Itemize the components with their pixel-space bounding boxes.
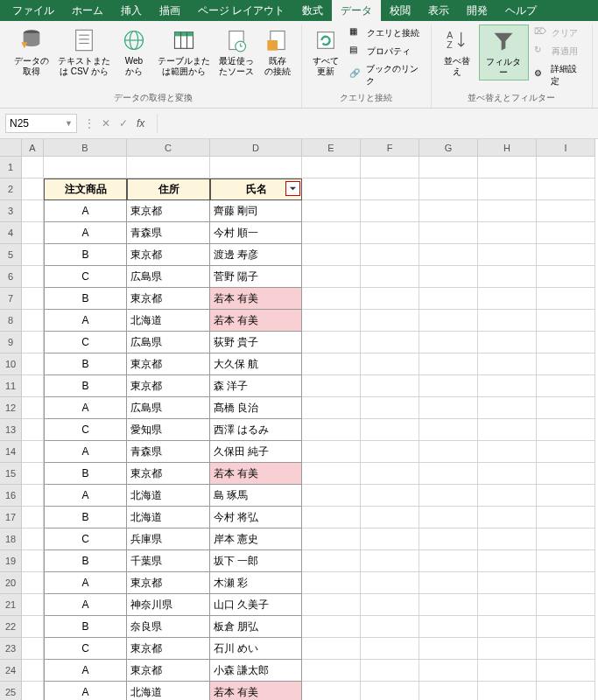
row-header[interactable]: 9	[0, 332, 22, 354]
filter-button[interactable]: フィルター	[479, 24, 529, 80]
col-header[interactable]: B	[44, 139, 127, 157]
cell[interactable]	[478, 594, 537, 616]
cell[interactable]	[478, 550, 537, 572]
cell[interactable]	[22, 178, 44, 200]
table-header[interactable]: 注文商品	[44, 178, 127, 200]
cell[interactable]	[44, 157, 127, 178]
cell[interactable]	[361, 332, 419, 354]
cell[interactable]	[302, 441, 361, 463]
cell[interactable]	[302, 178, 361, 200]
cell[interactable]: 東京都	[127, 354, 210, 375]
cell[interactable]	[537, 507, 595, 528]
select-all-corner[interactable]	[0, 139, 22, 157]
tab-pagelayout[interactable]: ページ レイアウト	[189, 0, 293, 21]
cell[interactable]	[361, 157, 419, 178]
cell[interactable]	[302, 572, 361, 594]
clear-filter-button[interactable]: ⌦クリア	[531, 24, 587, 42]
cell[interactable]	[302, 463, 361, 485]
cell[interactable]: B	[44, 616, 127, 638]
tab-draw[interactable]: 描画	[151, 0, 189, 21]
cell[interactable]: A	[44, 660, 127, 682]
cell[interactable]: B	[44, 507, 127, 528]
col-header[interactable]: I	[537, 139, 595, 157]
cell[interactable]	[478, 397, 537, 419]
cell[interactable]	[478, 660, 537, 682]
cell[interactable]	[302, 660, 361, 682]
cell[interactable]: 西澤 はるみ	[210, 419, 302, 441]
cell[interactable]	[478, 244, 537, 266]
cell[interactable]	[419, 616, 478, 638]
cell[interactable]	[419, 288, 478, 310]
cell[interactable]: 千葉県	[127, 550, 210, 572]
cell[interactable]	[22, 507, 44, 528]
cell[interactable]: 菅野 陽子	[210, 266, 302, 288]
cell[interactable]	[478, 463, 537, 485]
cell[interactable]	[419, 200, 478, 222]
row-header[interactable]: 2	[0, 178, 22, 200]
row-header[interactable]: 24	[0, 660, 22, 682]
cell[interactable]: C	[44, 638, 127, 660]
spreadsheet-grid[interactable]: A B C D E F G H I 1 2 注文商品 住所 氏名 3A	[0, 139, 598, 700]
cell[interactable]	[419, 310, 478, 332]
cell[interactable]	[478, 682, 537, 700]
cell[interactable]	[22, 441, 44, 463]
advanced-filter-button[interactable]: ⚙詳細設定	[531, 61, 587, 89]
cell[interactable]: B	[44, 550, 127, 572]
cell[interactable]	[22, 550, 44, 572]
cell[interactable]	[419, 638, 478, 660]
row-header[interactable]: 12	[0, 397, 22, 419]
cell[interactable]	[419, 244, 478, 266]
cell[interactable]	[302, 485, 361, 507]
cell[interactable]	[361, 266, 419, 288]
cell[interactable]: B	[44, 463, 127, 485]
cell[interactable]: A	[44, 682, 127, 700]
cell[interactable]	[22, 332, 44, 354]
row-header[interactable]: 4	[0, 222, 22, 244]
row-header[interactable]: 21	[0, 594, 22, 616]
cell[interactable]	[302, 682, 361, 700]
cell[interactable]	[537, 485, 595, 507]
cell[interactable]: B	[44, 375, 127, 397]
row-header[interactable]: 18	[0, 528, 22, 550]
cell[interactable]	[419, 660, 478, 682]
cell[interactable]: A	[44, 441, 127, 463]
cell[interactable]	[419, 178, 478, 200]
cell[interactable]	[302, 638, 361, 660]
cell[interactable]	[419, 594, 478, 616]
cell[interactable]	[361, 572, 419, 594]
cell[interactable]	[302, 288, 361, 310]
tab-data[interactable]: データ	[332, 0, 381, 21]
cell[interactable]: A	[44, 397, 127, 419]
cell[interactable]	[537, 528, 595, 550]
cell[interactable]	[361, 441, 419, 463]
cell[interactable]: 奈良県	[127, 616, 210, 638]
cell[interactable]: 坂下 一郎	[210, 550, 302, 572]
cell[interactable]: 若本 有美	[210, 310, 302, 332]
cell[interactable]: 東京都	[127, 660, 210, 682]
cell[interactable]	[302, 332, 361, 354]
cell[interactable]	[537, 354, 595, 375]
cell[interactable]: 東京都	[127, 638, 210, 660]
from-table-button[interactable]: テーブルまた は範囲から	[154, 24, 214, 79]
reapply-button[interactable]: ↻再適用	[531, 43, 587, 60]
cell[interactable]: 東京都	[127, 375, 210, 397]
cell[interactable]	[302, 507, 361, 528]
row-header[interactable]: 22	[0, 616, 22, 638]
cell[interactable]: C	[44, 332, 127, 354]
cell[interactable]	[537, 200, 595, 222]
cell[interactable]	[361, 310, 419, 332]
cell[interactable]	[22, 266, 44, 288]
cell[interactable]	[478, 332, 537, 354]
col-header[interactable]: E	[302, 139, 361, 157]
tab-insert[interactable]: 挿入	[112, 0, 151, 21]
cell[interactable]	[419, 266, 478, 288]
cell[interactable]	[22, 397, 44, 419]
cell[interactable]	[537, 244, 595, 266]
cell[interactable]	[419, 507, 478, 528]
cell[interactable]: 岸本 憲史	[210, 528, 302, 550]
cell[interactable]	[302, 375, 361, 397]
cell[interactable]	[419, 354, 478, 375]
cell[interactable]: 青森県	[127, 441, 210, 463]
cell[interactable]	[478, 375, 537, 397]
cell[interactable]	[22, 594, 44, 616]
